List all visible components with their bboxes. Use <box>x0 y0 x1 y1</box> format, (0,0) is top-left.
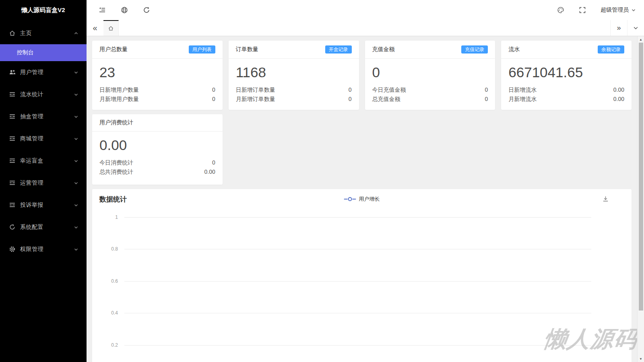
scrollbar-down-arrow[interactable]: ▼ <box>638 356 644 362</box>
stat-label: 月新增用户数量 <box>99 95 139 104</box>
tabs-menu-button[interactable] <box>627 20 644 36</box>
header-left-tools <box>99 6 150 14</box>
gridline <box>124 313 591 313</box>
card-value: 1168 <box>236 64 352 80</box>
fold-sidebar-icon[interactable] <box>99 6 106 14</box>
users-icon <box>9 69 16 76</box>
gridline <box>124 217 591 218</box>
card-value: 23 <box>99 64 215 80</box>
stat-row: 今日充值金额 0 <box>372 85 488 95</box>
sidebar-item-user-management[interactable]: 用户管理 <box>0 61 87 83</box>
chevron-down-icon <box>74 136 78 141</box>
tab-home[interactable] <box>103 20 119 36</box>
list-icon <box>9 91 16 98</box>
refresh-circle-icon <box>9 224 16 230</box>
stat-label: 日新增订单数量 <box>236 85 275 95</box>
gridline <box>124 281 591 282</box>
stat-label: 总共消费统计 <box>99 167 133 177</box>
stat-cards-row-2: 用户消费统计 0.00 今日消费统计 0 总共消费统计 0.00 <box>92 114 632 185</box>
tab-bar: « » <box>87 20 644 36</box>
card-title: 充值金额 <box>372 46 395 53</box>
sidebar: 懒人源码盲盒V2 主页 控制台 用户管理 <box>0 0 87 362</box>
chevron-up-icon <box>74 31 78 36</box>
sidebar-subitem-label: 控制台 <box>17 49 34 56</box>
tabs-scroll-left-button[interactable]: « <box>87 20 103 36</box>
stat-card-consumption: 用户消费统计 0.00 今日消费统计 0 总共消费统计 0.00 <box>92 114 223 185</box>
list-icon <box>9 202 16 208</box>
sidebar-item-system-config[interactable]: 系统配置 <box>0 216 87 238</box>
stat-label: 今日消费统计 <box>99 158 133 167</box>
stat-card-users: 用户总数量 用户列表 23 日新增用户数量 0 月新增用户数量 0 <box>92 41 223 110</box>
stat-label: 日新增用户数量 <box>99 85 139 95</box>
sidebar-item-permissions[interactable]: 权限管理 <box>0 238 87 260</box>
download-chart-icon[interactable] <box>602 195 609 202</box>
stat-value: 0 <box>485 95 488 104</box>
chart-legend-user-growth[interactable]: 用户增长 <box>344 195 380 203</box>
sidebar-item-home[interactable]: 主页 <box>0 22 87 44</box>
user-list-badge-button[interactable]: 用户列表 <box>189 45 215 53</box>
open-box-records-badge-button[interactable]: 开盒记录 <box>325 45 352 53</box>
card-value: 0.00 <box>99 137 215 153</box>
y-axis-tick: 0.4 <box>92 310 118 316</box>
scrollbar-thumb[interactable] <box>639 43 643 311</box>
gear-icon <box>9 246 16 253</box>
sidebar-item-lucky-box[interactable]: 幸运盲盒 <box>0 150 87 172</box>
card-title: 用户总数量 <box>99 46 128 53</box>
refresh-icon[interactable] <box>143 6 150 14</box>
sidebar-item-label: 抽盒管理 <box>20 113 74 120</box>
stat-label: 月新增流水 <box>508 95 537 104</box>
sidebar-item-complaints[interactable]: 投诉举报 <box>0 194 87 216</box>
sidebar-item-box-management[interactable]: 抽盒管理 <box>0 105 87 128</box>
stat-value: 0.00 <box>613 95 624 104</box>
y-axis-tick: 1 <box>92 214 118 220</box>
card-value: 6671041.65 <box>508 64 624 80</box>
user-dropdown[interactable]: 超级管理员 <box>601 6 636 14</box>
stat-cards-row: 用户总数量 用户列表 23 日新增用户数量 0 月新增用户数量 0 订单数量 开… <box>92 41 632 110</box>
stat-label: 月新增订单数量 <box>236 95 275 104</box>
chevron-down-icon <box>74 181 78 185</box>
balance-records-badge-button[interactable]: 余额记录 <box>598 45 624 53</box>
sidebar-item-flow-stats[interactable]: 流水统计 <box>0 83 87 105</box>
palette-icon[interactable] <box>557 6 564 14</box>
list-icon <box>9 157 16 164</box>
stat-label: 今日充值金额 <box>372 85 406 95</box>
list-icon <box>9 113 16 120</box>
globe-icon[interactable] <box>121 6 128 14</box>
y-axis-tick: 0.2 <box>92 342 118 348</box>
chevron-down-icon <box>74 225 78 230</box>
sidebar-item-label: 主页 <box>20 30 74 37</box>
stat-row: 日新增订单数量 0 <box>236 85 352 95</box>
gridline <box>124 249 591 249</box>
sidebar-menu: 主页 控制台 用户管理 流水统计 <box>0 20 87 260</box>
stat-row: 总充值金额 0 <box>372 95 488 104</box>
page-scrollbar[interactable]: ▲ ▼ <box>637 36 644 362</box>
chevron-down-icon <box>631 8 636 12</box>
sidebar-subitem-console[interactable]: 控制台 <box>0 44 87 61</box>
y-axis-tick: 0.6 <box>92 278 118 284</box>
tabs-scroll-right-button[interactable]: » <box>610 20 627 36</box>
chevron-down-icon <box>74 92 78 97</box>
sidebar-item-operations[interactable]: 运营管理 <box>0 172 87 194</box>
sidebar-item-label: 流水统计 <box>20 91 74 98</box>
stat-value: 0 <box>212 85 215 95</box>
sidebar-item-label: 权限管理 <box>20 246 74 253</box>
list-icon <box>9 179 16 186</box>
card-value: 0 <box>372 64 488 80</box>
card-title: 订单数量 <box>236 46 258 53</box>
card-title: 用户消费统计 <box>99 119 133 126</box>
sidebar-item-label: 幸运盲盒 <box>20 157 74 165</box>
main-content: 用户总数量 用户列表 23 日新增用户数量 0 月新增用户数量 0 订单数量 开… <box>87 36 637 362</box>
chevron-down-icon <box>74 158 78 163</box>
stat-card-flow: 流水 余额记录 6671041.65 日新增流水 0.00 月新增流水 0.00 <box>501 41 632 110</box>
stat-row: 月新增订单数量 0 <box>236 95 352 104</box>
gridline <box>124 345 591 346</box>
stat-row: 总共消费统计 0.00 <box>99 167 215 177</box>
scrollbar-up-arrow[interactable]: ▲ <box>638 36 644 43</box>
home-icon <box>9 30 16 37</box>
fullscreen-icon[interactable] <box>579 6 586 14</box>
sidebar-item-mall-management[interactable]: 商城管理 <box>0 128 87 150</box>
stat-value: 0.00 <box>204 167 215 177</box>
stat-card-orders: 订单数量 开盒记录 1168 日新增订单数量 0 月新增订单数量 0 <box>229 41 359 110</box>
home-icon <box>108 25 114 31</box>
recharge-records-badge-button[interactable]: 充值记录 <box>461 45 488 53</box>
